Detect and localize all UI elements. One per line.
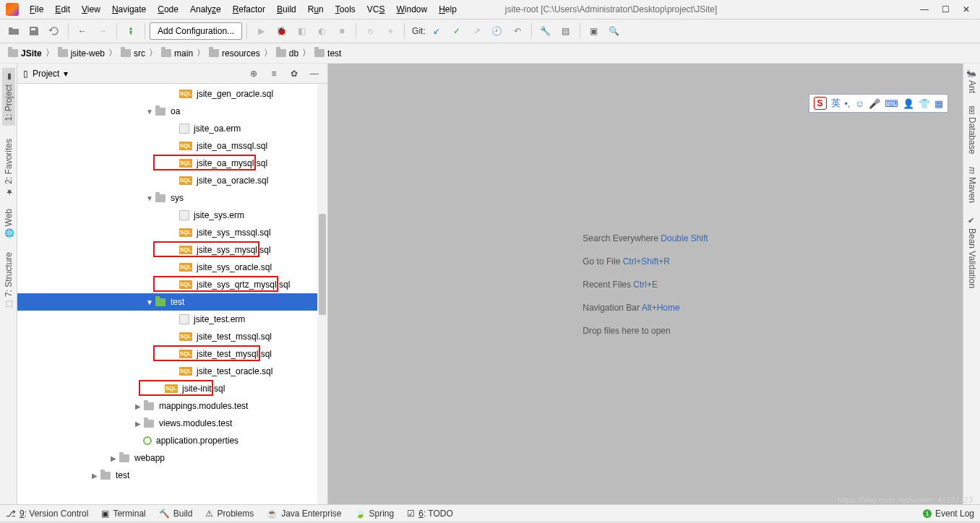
project-tree[interactable]: SQLjsite_gen_oracle.sql▼oajsite_oa.ermSQ… [17,84,327,504]
tool-spring[interactable]: 🍃 Spring [355,509,395,519]
tool-project[interactable]: 1: Project ▮ [2,68,15,126]
tool-database[interactable]: 🗄 Database [967,106,977,154]
tree-item-jsite-sys-mysql-sql[interactable]: SQLjsite_sys_mysql.sql [17,241,327,259]
tree-item-jsite-test-mssql-sql[interactable]: SQLjsite_test_mssql.sql [17,328,327,345]
ime-lang[interactable]: 英 [831,97,841,110]
maximize-button[interactable]: ☐ [942,4,950,14]
attach-button[interactable]: ⎋ [361,22,379,40]
search-button[interactable]: ⌖ [381,22,400,40]
tool-structure[interactable]: ⬚ 7: Structure [4,252,14,309]
ime-punc-icon[interactable]: •, [845,98,851,109]
tree-scrollbar[interactable] [317,84,327,504]
locate-button[interactable]: ⊕ [246,66,261,81]
tree-item-test[interactable]: ▼test [17,293,327,311]
project-panel-title[interactable]: ▯ Project ▾ [23,69,68,79]
tool-build[interactable]: 🔨 Build [159,509,193,519]
tree-item-jsite-sys-mssql-sql[interactable]: SQLjsite_sys_mssql.sql [17,224,327,241]
ime-mic-icon[interactable]: 🎤 [869,98,880,109]
hide-panel-button[interactable]: — [307,66,322,81]
ime-toolbar[interactable]: S 英 •, ☺ 🎤 ⌨ 👤 👕 ▦ [809,94,948,113]
project-structure-button[interactable]: ▤ [556,22,575,40]
menu-file[interactable]: File [25,2,48,17]
stop-button[interactable]: ■ [332,22,351,40]
forward-button[interactable]: → [93,22,112,40]
tree-item-jsite-oa-erm[interactable]: jsite_oa.erm [17,120,327,137]
tool-todo[interactable]: ☑ 6: TODO [407,509,453,519]
crumb-db[interactable]: db [274,48,301,59]
git-update-button[interactable]: ↙ [427,22,446,40]
tree-item-jsite-oa-mssql-sql[interactable]: SQLjsite_oa_mssql.sql [17,137,327,155]
menu-analyze[interactable]: Analyze [185,2,226,17]
tool-web[interactable]: 🌐 Web [4,209,14,238]
ime-user-icon[interactable]: 👤 [903,98,914,109]
menu-window[interactable]: Window [391,2,432,17]
crumb-jsite-web[interactable]: jsite-web [56,48,107,59]
tree-item-jsite-init-sql[interactable]: SQLjsite-init.sql [17,380,327,397]
tree-item-jsite-oa-oracle-sql[interactable]: SQLjsite_oa_oracle.sql [17,172,327,189]
event-log[interactable]: 1 Event Log [923,509,974,519]
minimize-button[interactable]: — [920,4,929,14]
tree-item-jsite-test-erm[interactable]: jsite_test.erm [17,311,327,328]
search-everywhere-button[interactable]: 🔍 [605,22,624,40]
tree-item-oa[interactable]: ▼oa [17,103,327,120]
tool-version-control[interactable]: ⎇ 9: Version Control [6,509,88,519]
tree-item-jsite-oa-mysql-sql[interactable]: SQLjsite_oa_mysql.sql [17,155,327,172]
tree-item-webapp[interactable]: ▶webapp [17,449,327,467]
run-config-selector[interactable]: Add Configuration... [150,22,242,40]
panel-settings-button[interactable]: ✿ [287,66,301,81]
menu-run[interactable]: Run [303,2,329,17]
open-button[interactable] [4,22,23,40]
tree-item-jsite-test-oracle-sql[interactable]: SQLjsite_test_oracle.sql [17,363,327,380]
menu-build[interactable]: Build [272,2,301,17]
tree-item-views-modules-test[interactable]: ▶views.modules.test [17,415,327,432]
run-button[interactable]: ▶ [252,22,270,40]
close-button[interactable]: ✕ [963,4,970,14]
tree-item-test[interactable]: ▶test [17,467,327,484]
expand-all-button[interactable]: ≡ [267,66,281,81]
refresh-button[interactable] [45,22,64,40]
build-button[interactable] [121,22,140,40]
tree-item-application-properties[interactable]: application.properties [17,432,327,449]
debug-button[interactable]: 🐞 [272,22,291,40]
tree-item-mappings-modules-test[interactable]: ▶mappings.modules.test [17,397,327,415]
back-button[interactable]: ← [73,22,92,40]
git-push-button[interactable]: ↗ [468,22,486,40]
ime-emoji-icon[interactable]: ☺ [855,98,864,109]
tree-item-jsite-test-mysql-sql[interactable]: SQLjsite_test_mysql.sql [17,345,327,363]
crumb-jsite[interactable]: JSite [6,48,44,59]
ime-keyboard-icon[interactable]: ⌨ [885,98,898,109]
tool-java-enterprise[interactable]: ☕ Java Enterprise [267,509,341,519]
tree-item-sys[interactable]: ▼sys [17,189,327,207]
crumb-src[interactable]: src [119,48,147,59]
ime-skin-icon[interactable]: 👕 [919,98,930,109]
menu-vcs[interactable]: VCS [362,2,390,17]
save-button[interactable] [25,22,43,40]
tool-bean-validation[interactable]: ✔ Bean Validation [967,216,977,288]
coverage-button[interactable]: ◧ [292,22,311,40]
git-history-button[interactable]: 🕘 [488,22,507,40]
tree-item-jsite-sys-qrtz-mysql-sql[interactable]: SQLjsite_sys_qrtz_mysql.sql [17,276,327,293]
tree-item-jsite-gen-oracle-sql[interactable]: SQLjsite_gen_oracle.sql [17,85,327,103]
git-rollback-button[interactable]: ↶ [508,22,527,40]
tool-terminal[interactable]: ▣ Terminal [101,509,145,519]
menu-edit[interactable]: Edit [50,2,75,17]
menu-view[interactable]: View [77,2,106,17]
menu-navigate[interactable]: Navigate [107,2,151,17]
tool-ant[interactable]: 🐜 Ant [967,68,977,93]
run-anything-button[interactable]: ▣ [585,22,603,40]
ime-grid-icon[interactable]: ▦ [934,98,943,109]
profile-button[interactable]: ◐ [312,22,331,40]
tree-item-jsite-sys-erm[interactable]: jsite_sys.erm [17,207,327,224]
tool-maven[interactable]: m Maven [967,167,977,203]
git-commit-button[interactable]: ✓ [447,22,466,40]
crumb-test[interactable]: test [312,48,343,59]
tool-favorites[interactable]: ★ 2: Favorites [4,139,14,196]
menu-tools[interactable]: Tools [330,2,361,17]
crumb-main[interactable]: main [159,48,195,59]
tool-problems[interactable]: ⚠ Problems [205,509,254,519]
menu-refactor[interactable]: Refactor [228,2,270,17]
tree-item-jsite-sys-oracle-sql[interactable]: SQLjsite_sys_oracle.sql [17,259,327,276]
settings-button[interactable]: 🔧 [536,22,555,40]
crumb-resources[interactable]: resources [207,48,262,59]
menu-help[interactable]: Help [434,2,462,17]
